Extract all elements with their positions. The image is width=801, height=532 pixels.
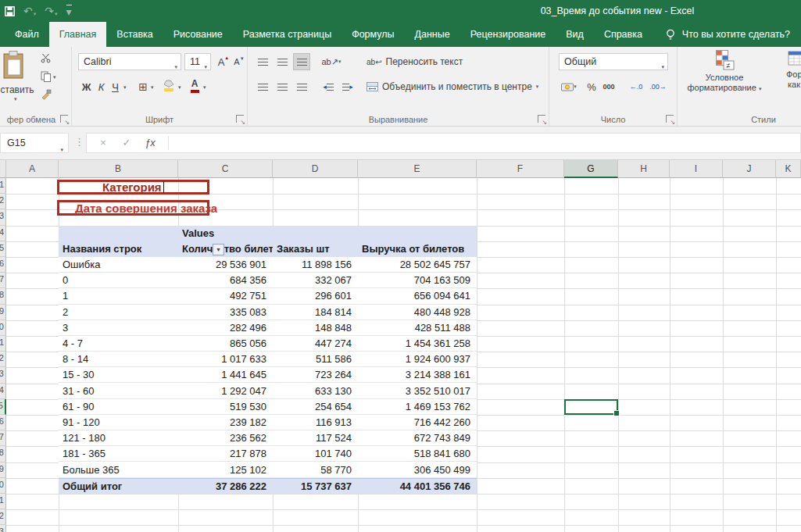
- tab-7[interactable]: Рецензирование: [460, 22, 556, 47]
- paste-caret-icon[interactable]: ▾: [14, 96, 17, 102]
- decrease-font-icon[interactable]: A▼: [232, 53, 246, 70]
- fill-handle[interactable]: [613, 410, 620, 416]
- row-header-15[interactable]: 15: [0, 399, 6, 415]
- column-header-A[interactable]: A: [6, 160, 59, 178]
- format-as-table-button[interactable]: Форм как т: [770, 50, 801, 90]
- bold-button[interactable]: Ж: [80, 78, 93, 95]
- align-top-icon[interactable]: [254, 53, 271, 70]
- tab-file[interactable]: Файл: [5, 22, 49, 47]
- column-header-I[interactable]: I: [670, 160, 723, 178]
- row-header-11[interactable]: 11: [0, 336, 6, 352]
- orientation-icon[interactable]: ab↗▾: [320, 53, 343, 70]
- align-center-icon[interactable]: [274, 78, 291, 95]
- tab-9[interactable]: Справка: [594, 22, 653, 47]
- row-header-18[interactable]: 18: [0, 446, 6, 462]
- row-header-19[interactable]: 19: [0, 462, 6, 478]
- filter-dropdown-icon[interactable]: ▼: [213, 244, 224, 255]
- column-header-E[interactable]: E: [358, 160, 477, 178]
- tab-1[interactable]: Главная: [49, 22, 107, 47]
- alignment-dialog-launcher-icon[interactable]: ↘: [538, 115, 545, 123]
- format-painter-button[interactable]: [41, 89, 52, 100]
- column-header-K[interactable]: K: [776, 160, 801, 178]
- cut-button[interactable]: [41, 53, 51, 63]
- italic-button[interactable]: К: [95, 78, 107, 95]
- percent-style-button[interactable]: %: [585, 78, 598, 95]
- redo-icon[interactable]: ↷▾: [45, 5, 57, 16]
- align-middle-icon[interactable]: [274, 53, 291, 70]
- increase-indent-icon[interactable]: ▸: [339, 78, 356, 95]
- tell-me-search[interactable]: Что вы хотите сделать?: [665, 22, 801, 47]
- insert-function-icon[interactable]: ƒx: [140, 134, 160, 152]
- comma-style-button[interactable]: 000: [599, 78, 618, 95]
- borders-icon[interactable]: ⊞: [136, 78, 150, 95]
- increase-decimal-icon[interactable]: ←.0: [626, 78, 646, 95]
- row-header-5[interactable]: 5: [0, 241, 6, 257]
- worksheet-grid[interactable]: ABCDEFGHIJK12345678910111213141516171819…: [0, 160, 801, 532]
- enter-icon[interactable]: ✓: [116, 134, 137, 152]
- column-header-H[interactable]: H: [618, 160, 670, 178]
- name-box[interactable]: G15▾: [0, 133, 69, 153]
- number-dialog-launcher-icon[interactable]: ↘: [666, 115, 674, 123]
- column-header-B[interactable]: B: [59, 160, 178, 178]
- number-format-select[interactable]: Общий▾: [559, 53, 668, 70]
- fill-color-caret-icon[interactable]: ▾: [178, 84, 181, 91]
- select-all-corner[interactable]: [0, 160, 6, 178]
- font-color-caret-icon[interactable]: ▾: [203, 84, 206, 91]
- clipboard-dialog-launcher-icon[interactable]: ↘: [60, 115, 68, 123]
- paste-icon[interactable]: [2, 50, 25, 81]
- column-header-D[interactable]: D: [273, 160, 358, 178]
- underline-button[interactable]: Ч: [109, 78, 121, 95]
- tab-6[interactable]: Данные: [405, 22, 460, 47]
- column-header-J[interactable]: J: [723, 160, 776, 178]
- conditional-formatting-button[interactable]: ≠ Условное форматирование ▾: [687, 50, 762, 94]
- tab-3[interactable]: Рисование: [163, 22, 233, 47]
- row-header-9[interactable]: 9: [0, 305, 6, 320]
- formula-input[interactable]: [174, 134, 797, 152]
- name-box-caret-icon[interactable]: ▾: [60, 141, 63, 159]
- column-header-F[interactable]: F: [477, 160, 564, 178]
- row-header-6[interactable]: 6: [0, 257, 6, 273]
- font-color-icon[interactable]: А: [188, 77, 202, 94]
- row-header-3[interactable]: 3: [0, 209, 6, 225]
- customize-toolbar-icon[interactable]: ▾: [66, 5, 72, 17]
- copy-button[interactable]: ▾: [41, 71, 52, 82]
- undo-icon[interactable]: ↶▾: [23, 5, 36, 16]
- row-header-4[interactable]: 4: [0, 226, 6, 241]
- row-header-17[interactable]: 17: [0, 430, 6, 446]
- decrease-indent-icon[interactable]: ◂: [320, 78, 337, 95]
- font-dialog-launcher-icon[interactable]: ↘: [236, 115, 244, 123]
- accounting-format-icon[interactable]: ▾: [557, 78, 581, 95]
- row-header-10[interactable]: 10: [0, 320, 6, 336]
- decrease-decimal-icon[interactable]: .00→: [648, 78, 668, 95]
- borders-caret-icon[interactable]: ▾: [151, 84, 154, 91]
- tab-5[interactable]: Формулы: [341, 22, 404, 47]
- row-header-20[interactable]: 20: [0, 478, 6, 494]
- row-header-23[interactable]: 23: [0, 525, 6, 532]
- row-header-7[interactable]: 7: [0, 273, 6, 288]
- align-right-icon[interactable]: [293, 78, 310, 95]
- save-icon[interactable]: [5, 6, 15, 16]
- underline-caret-icon[interactable]: ▾: [123, 84, 127, 91]
- row-header-13[interactable]: 13: [0, 367, 6, 383]
- increase-font-icon[interactable]: A▲: [216, 53, 231, 70]
- column-header-C[interactable]: C: [178, 160, 273, 178]
- row-header-2[interactable]: 2: [0, 194, 6, 209]
- row-header-8[interactable]: 8: [0, 288, 6, 304]
- cancel-icon[interactable]: ×: [93, 134, 113, 152]
- row-header-16[interactable]: 16: [0, 415, 6, 430]
- paste-button[interactable]: ставить: [0, 84, 34, 95]
- row-header-14[interactable]: 14: [0, 384, 6, 399]
- column-header-G[interactable]: G: [564, 160, 618, 178]
- tab-8[interactable]: Вид: [556, 22, 594, 47]
- fill-color-icon[interactable]: [161, 77, 177, 94]
- row-header-12[interactable]: 12: [0, 352, 6, 367]
- formula-bar-handle[interactable]: ⋮: [74, 136, 84, 148]
- merge-center-button[interactable]: Объединить и поместить в центре ▾: [367, 81, 538, 92]
- row-header-22[interactable]: 22: [0, 509, 6, 525]
- tab-2[interactable]: Вставка: [106, 22, 163, 47]
- tab-4[interactable]: Разметка страницы: [233, 22, 341, 47]
- row-header-21[interactable]: 21: [0, 494, 6, 509]
- row-header-1[interactable]: 1: [0, 178, 6, 194]
- pivot-row-labels-header[interactable]: Названия строк: [59, 241, 178, 257]
- wrap-text-button[interactable]: ab↩ Переносить текст: [367, 56, 463, 67]
